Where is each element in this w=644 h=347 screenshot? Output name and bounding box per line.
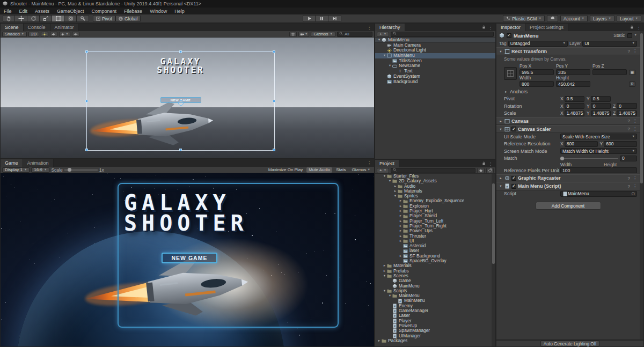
hand-tool-button[interactable] <box>3 15 15 22</box>
foldout-closed-icon[interactable]: ► <box>393 189 398 194</box>
project-item-player-turn-left[interactable]: ►Player_Turn_Left <box>375 219 492 224</box>
kebab-menu-icon[interactable]: ⋮ <box>632 119 638 123</box>
foldout-closed-icon[interactable]: ► <box>504 90 508 93</box>
project-item-spawnmanager[interactable]: #SpawnManager <box>375 328 492 333</box>
project-item-mainmenu[interactable]: #MainMenu <box>375 298 492 303</box>
pos-x-field[interactable]: 595.5 <box>519 69 554 75</box>
canvas-header[interactable]: ► Canvas ?⋮ <box>496 117 640 125</box>
create-object-button[interactable]: +▼ <box>377 32 389 37</box>
project-item-gamemanager[interactable]: #GameManager <box>375 308 492 313</box>
hierarchy-item-mainmenu[interactable]: ▼MainMenu <box>375 38 495 43</box>
kebab-menu-icon[interactable]: ⋮ <box>636 25 641 30</box>
inspector-tab-inspector[interactable]: Inspector <box>496 24 525 31</box>
toggle-2d-button[interactable]: 2D <box>28 32 39 37</box>
height-field[interactable]: 450.042 <box>556 81 590 87</box>
kebab-menu-icon[interactable]: ⋮ <box>632 176 638 181</box>
scale-slider[interactable] <box>64 167 98 173</box>
selection-handle[interactable] <box>273 100 275 102</box>
foldout-open-icon[interactable]: ▼ <box>382 274 387 278</box>
hierarchy-item-titlescreen[interactable]: TitleScreen <box>375 58 495 64</box>
lock-icon[interactable] <box>482 25 486 30</box>
scene-tab-console[interactable]: Console <box>24 24 50 31</box>
foldout-open-icon[interactable]: ▼ <box>387 293 392 298</box>
foldout-closed-icon[interactable]: ► <box>499 120 503 123</box>
rotation-z-field[interactable]: 0 <box>617 103 637 109</box>
transform-tool-button[interactable] <box>64 15 77 22</box>
menu-help[interactable]: Help <box>171 8 188 14</box>
tag-dropdown[interactable]: Untagged▼ <box>508 41 568 47</box>
project-item-prefabs[interactable]: ►Prefabs <box>375 269 492 274</box>
foldout-closed-icon[interactable]: ► <box>377 338 382 343</box>
project-scrollbar[interactable] <box>492 174 495 346</box>
kebab-menu-icon[interactable]: ⋮ <box>367 161 371 166</box>
project-item-materials[interactable]: ►Materials <box>375 263 492 268</box>
pivot-handle[interactable] <box>178 100 184 106</box>
foldout-closed-icon[interactable]: ► <box>398 209 403 213</box>
selection-handle[interactable] <box>273 50 275 53</box>
match-slider[interactable] <box>560 156 618 161</box>
help-icon[interactable]: ? <box>627 127 631 131</box>
menu-window[interactable]: Window <box>146 8 171 14</box>
project-item-player[interactable]: #Player <box>375 319 492 323</box>
menu-edit[interactable]: Edit <box>16 8 32 14</box>
foldout-open-icon[interactable]: ▼ <box>382 174 387 179</box>
scene-grid-toggle[interactable] <box>289 32 297 37</box>
anchors-foldout[interactable]: ► Anchors <box>496 88 640 95</box>
kebab-menu-icon[interactable]: ⋮ <box>632 49 638 54</box>
script-field[interactable]: MainMenu ⊙ <box>560 191 637 197</box>
game-viewport[interactable]: GALAXYSHOOTER NEW GAME <box>1 173 374 346</box>
shading-mode-dropdown[interactable]: Shaded▼ <box>2 32 27 37</box>
menu-filebase[interactable]: Filebase <box>120 8 146 14</box>
project-item-mainmenu[interactable]: ▼MainMenu <box>375 293 492 298</box>
main-menu-script-header[interactable]: ▼ # ✓ Main Menu (Script) ?⋮ <box>496 182 640 190</box>
game-gizmos-dropdown[interactable]: Gizmos▼ <box>349 167 372 173</box>
selection-handle[interactable] <box>85 100 88 102</box>
project-item-sprites[interactable]: ▼Sprites <box>375 194 492 198</box>
match-value-field[interactable]: 0 <box>620 156 637 161</box>
object-picker-icon[interactable]: ⊙ <box>631 191 635 196</box>
scene-tab-animator[interactable]: Animator <box>50 24 79 31</box>
scale-y-field[interactable]: 1.48875 <box>591 110 611 116</box>
foldout-closed-icon[interactable]: ► <box>382 263 387 268</box>
project-item-laser[interactable]: laser <box>375 248 492 253</box>
hierarchy-item-mainmenu[interactable]: ▼MainMenu <box>375 53 495 58</box>
graphic-raycaster-header[interactable]: ► ✓ Graphic Raycaster ?⋮ <box>496 174 640 182</box>
scale-slider-knob[interactable] <box>68 168 71 172</box>
pos-z-field[interactable] <box>592 69 627 75</box>
project-item-player-hurt[interactable]: ►Player_Hurt <box>375 209 492 213</box>
project-item-player-turn-right[interactable]: ►Player_Turn_Right <box>375 224 492 228</box>
foldout-closed-icon[interactable]: ► <box>398 254 403 259</box>
canvas-scaler-header[interactable]: ▼ ✓ Canvas Scaler ?⋮ <box>496 125 640 133</box>
project-search-input[interactable] <box>391 168 475 173</box>
project-item-spacebg-overlay[interactable]: SpaceBG_Overlay <box>375 259 492 263</box>
account-button[interactable]: Account▼ <box>560 15 588 22</box>
rect-transform-header[interactable]: ▼ Rect Transform ?⋮ <box>496 47 640 55</box>
pivot-toggle-button[interactable]: Pivot <box>93 15 115 22</box>
project-item-2d-galaxy-assets[interactable]: ▼2D_Galaxy_Assets <box>375 179 492 183</box>
kebab-menu-icon[interactable]: ⋮ <box>488 25 493 30</box>
project-item-ui[interactable]: ►UI <box>375 239 492 243</box>
menu-component[interactable]: Component <box>88 8 121 14</box>
project-item-game[interactable]: Game <box>375 278 492 283</box>
hierarchy-item-directional-light[interactable]: Directional Light <box>375 48 495 53</box>
scene-effects-dropdown[interactable]: ▼ <box>59 32 70 37</box>
new-game-button[interactable]: NEW GAME <box>162 253 217 263</box>
kebab-menu-icon[interactable]: ⋮ <box>488 161 493 166</box>
project-item-sf-background[interactable]: ►SF Background <box>375 254 492 259</box>
project-item-scripts[interactable]: ▼Scripts <box>375 289 492 293</box>
pause-button[interactable] <box>316 15 328 22</box>
scene-audio-toggle[interactable] <box>50 32 57 37</box>
component-enabled-checkbox[interactable]: ✓ <box>511 127 516 131</box>
search-label-button[interactable] <box>486 168 494 173</box>
foldout-closed-icon[interactable]: ► <box>398 224 403 228</box>
hierarchy-item-newgame[interactable]: ▼NewGame <box>375 63 495 69</box>
step-button[interactable] <box>328 15 341 22</box>
foldout-closed-icon[interactable]: ► <box>393 184 398 189</box>
display-dropdown[interactable]: Display 1▼ <box>2 167 30 173</box>
selection-handle[interactable] <box>273 149 275 151</box>
project-item-asteroid[interactable]: Asteroid <box>375 243 492 248</box>
foldout-closed-icon[interactable]: ► <box>398 204 403 209</box>
rotation-x-field[interactable]: 0 <box>565 103 584 109</box>
foldout-closed-icon[interactable]: ► <box>499 176 503 180</box>
menu-gameobject[interactable]: GameObject <box>53 8 88 14</box>
